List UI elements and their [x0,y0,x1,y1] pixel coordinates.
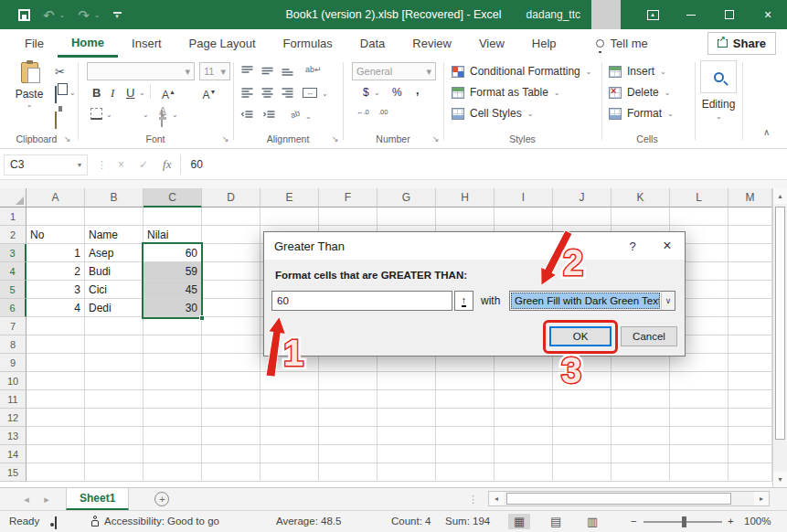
cell-E10[interactable] [261,372,319,390]
cell-B6[interactable]: Dedi [85,299,144,317]
new-sheet-button[interactable]: + [154,492,169,506]
borders-button[interactable] [90,108,102,120]
zoom-slider-thumb[interactable] [682,516,686,527]
undo-icon[interactable]: ↶ [43,8,55,22]
cell-B3[interactable]: Asep [85,244,144,262]
cell-M6[interactable] [729,299,772,317]
cell-J14[interactable] [553,445,612,463]
align-center-icon[interactable] [261,87,274,99]
tab-formulas[interactable]: Formulas [270,29,346,58]
row-header-9[interactable]: 9 [0,354,27,372]
column-header-C[interactable]: C [144,188,202,207]
cell-A10[interactable] [27,372,85,390]
cell-A11[interactable] [27,390,85,409]
number-format-select[interactable]: General▾ [352,62,436,80]
increase-indent-icon[interactable] [262,110,276,122]
cell-B2[interactable]: Name [85,226,144,244]
cell-J12[interactable] [553,409,612,427]
cell-D1[interactable] [202,207,261,226]
borders-dropdown-icon[interactable]: ⌄ [106,111,112,119]
cell-G9[interactable] [378,354,436,372]
cancel-entry-icon[interactable]: × [118,158,124,171]
cell-H9[interactable] [436,354,495,372]
cell-J1[interactable] [553,207,612,226]
row-header-12[interactable]: 12 [0,409,27,427]
cell-M5[interactable] [729,281,772,299]
cell-E14[interactable] [261,445,319,463]
format-painter-button[interactable] [55,112,57,129]
alignment-dialog-launcher-icon[interactable]: ↘ [332,134,339,144]
row-header-8[interactable]: 8 [0,335,27,354]
cell-M1[interactable] [729,207,772,226]
tab-data[interactable]: Data [346,29,399,58]
cell-K9[interactable] [612,354,670,372]
ribbon-display-options-button[interactable]: ▴ [633,0,672,29]
cell-I1[interactable] [495,207,553,226]
cell-D14[interactable] [202,445,261,463]
cell-I11[interactable] [495,390,553,409]
format-button[interactable]: Format ⌄ [609,107,674,120]
column-header-L[interactable]: L [670,188,729,207]
copy-dropdown-icon[interactable]: ⌄ [69,89,76,97]
row-header-3[interactable]: 3 [0,244,27,262]
cell-B12[interactable] [85,409,144,427]
cell-A8[interactable] [27,335,85,354]
dialog-close-icon[interactable]: × [650,238,685,254]
column-header-F[interactable]: F [319,188,378,207]
cell-M10[interactable] [729,372,772,390]
cell-C6[interactable]: 30 [144,299,202,317]
column-header-A[interactable]: A [27,188,85,207]
tab-splitter-icon[interactable]: ⋮ [468,494,478,505]
cell-D9[interactable] [202,354,261,372]
cell-J10[interactable] [553,372,612,390]
zoom-in-icon[interactable]: + [728,516,734,527]
formula-bar-value[interactable]: 60 [190,158,202,171]
format-style-selected-option[interactable]: Green Fill with Dark Green Text [511,293,660,309]
cell-H1[interactable] [436,207,495,226]
cell-C11[interactable] [144,390,202,409]
cell-B1[interactable] [85,207,144,226]
cell-G1[interactable] [378,207,436,226]
column-header-K[interactable]: K [612,188,670,207]
macro-record-icon[interactable] [55,516,57,529]
cell-A14[interactable] [27,445,85,463]
maximize-button[interactable] [710,0,749,29]
cell-D8[interactable] [202,335,261,354]
cancel-button[interactable]: Cancel [621,326,677,346]
cell-A13[interactable] [27,427,85,445]
cell-D13[interactable] [202,427,261,445]
minimize-button[interactable] [672,0,710,29]
cell-E13[interactable] [261,427,319,445]
cell-B4[interactable]: Budi [85,262,144,281]
cell-G15[interactable] [378,463,436,482]
cell-B15[interactable] [85,463,144,482]
cell-J15[interactable] [553,463,612,482]
merge-dropdown-icon[interactable]: ⌄ [322,90,328,98]
cell-B11[interactable] [85,390,144,409]
cell-H13[interactable] [436,427,495,445]
cell-A1[interactable] [27,207,85,226]
cell-F12[interactable] [319,409,378,427]
cell-A4[interactable]: 2 [27,262,85,281]
cell-I13[interactable] [495,427,553,445]
cell-D11[interactable] [202,390,261,409]
column-header-H[interactable]: H [436,188,495,207]
cell-I15[interactable] [495,463,553,482]
cell-C1[interactable] [144,207,202,226]
zoom-level[interactable]: 100% [744,516,771,527]
merge-center-button[interactable]: ↔ [303,88,317,98]
cell-F9[interactable] [319,354,378,372]
column-header-J[interactable]: J [553,188,612,207]
redo-icon[interactable]: ↷ [78,8,90,22]
bold-button[interactable]: B [92,86,101,100]
cell-M7[interactable] [729,317,772,335]
fill-color-dropdown-icon[interactable]: ⌄ [143,111,149,119]
cell-I14[interactable] [495,445,553,463]
tab-page-layout[interactable]: Page Layout [175,29,270,58]
cell-B9[interactable] [85,354,144,372]
close-button[interactable]: × [749,0,787,29]
editing-group-button[interactable] [700,60,737,93]
cell-G11[interactable] [378,390,436,409]
dialog-help-icon[interactable]: ? [615,239,650,253]
column-header-D[interactable]: D [202,188,261,207]
